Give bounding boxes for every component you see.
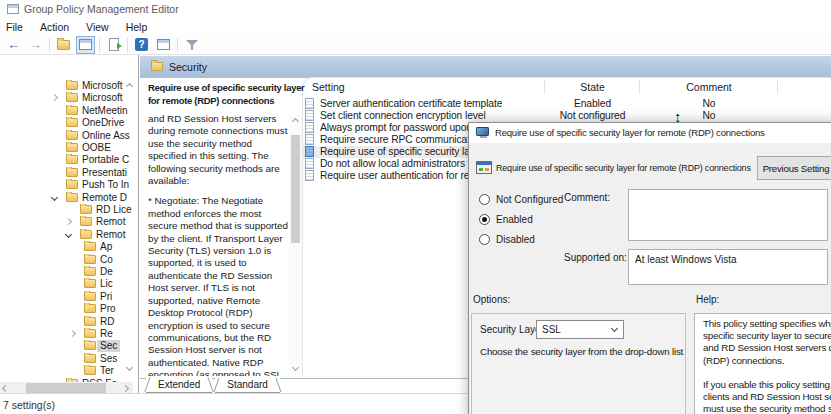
tree-item-push-to-in[interactable]: Push To In — [0, 179, 132, 191]
menu-file[interactable]: File — [6, 21, 32, 33]
tree-item-label: Co — [100, 254, 113, 266]
tree-item-rd[interactable]: RD — [0, 316, 132, 328]
chevron-collapsed-icon[interactable] — [69, 330, 76, 337]
tree-horizontal-scrollbar[interactable] — [0, 382, 133, 393]
description-paragraph: * Negotiate: The Negotiate method enforc… — [148, 195, 288, 376]
column-divider[interactable] — [544, 80, 545, 94]
description-scrollbar[interactable] — [289, 115, 302, 375]
help-label: Help: — [696, 294, 719, 305]
settings-list-header: Setting State Comment — [303, 80, 831, 95]
options-hint-text: Choose the security layer from the drop-… — [480, 346, 684, 357]
help-panel[interactable]: This policy setting specifies whetherspe… — [694, 313, 831, 414]
chevron-expanded-icon[interactable] — [51, 194, 58, 201]
previous-setting-button[interactable]: Previous Setting — [757, 156, 831, 180]
help-line: (RDP) connections. — [703, 355, 831, 367]
filter-button[interactable] — [183, 37, 200, 53]
menu-action[interactable]: Action — [40, 21, 78, 33]
policy-setting-icon — [305, 122, 314, 133]
tree-item-pro[interactable]: Pro — [0, 303, 132, 315]
tab-extended[interactable]: Extended — [146, 377, 212, 393]
radio-not-configured[interactable]: Not Configured — [479, 191, 563, 207]
folder-icon — [84, 267, 96, 276]
settings-row[interactable]: Set client connection encryption levelNo… — [303, 110, 831, 122]
tab-standard[interactable]: Standard — [215, 378, 280, 393]
column-header-comment[interactable]: Comment — [640, 81, 778, 93]
tree-item-oobe[interactable]: OOBE — [0, 142, 132, 154]
dialog-titlebar[interactable]: Require use of specific security layer f… — [469, 123, 831, 143]
tree-item-lic[interactable]: Lic — [0, 278, 132, 290]
tree-item-label: OneDrive — [82, 117, 124, 129]
column-divider[interactable] — [777, 80, 778, 94]
scroll-left-icon[interactable] — [2, 385, 9, 392]
scroll-right-icon[interactable] — [122, 385, 129, 392]
tree-item-sec[interactable]: Sec — [0, 340, 132, 352]
tree-item-remot[interactable]: Remot — [0, 229, 132, 241]
scroll-up-icon[interactable] — [292, 118, 299, 125]
security-layer-dropdown[interactable]: SSL — [536, 320, 624, 339]
folder-icon — [84, 317, 96, 326]
chevron-expanded-icon[interactable] — [65, 231, 72, 238]
new-window-button[interactable] — [155, 37, 172, 53]
scrollbar-thumb[interactable] — [26, 383, 106, 393]
tree-item-presentati[interactable]: Presentati — [0, 167, 132, 179]
tree-item-microsoft[interactable]: Microsoft — [0, 92, 132, 104]
radio-selected-icon[interactable] — [479, 214, 490, 225]
menu-view[interactable]: View — [86, 21, 118, 33]
tree-item-netmeetin[interactable]: NetMeetin — [0, 105, 132, 117]
tree-item-ap[interactable]: Ap — [0, 241, 132, 253]
tree-item-re[interactable]: Re — [0, 328, 132, 340]
tree-item-ses[interactable]: Ses — [0, 353, 132, 365]
tree-item-online-ass[interactable]: Online Ass — [0, 130, 132, 142]
chevron-collapsed-icon[interactable] — [65, 218, 72, 225]
tree-item-ter[interactable]: Ter — [0, 365, 132, 377]
folder-icon — [84, 292, 96, 301]
folder-icon — [66, 131, 78, 140]
chevron-collapsed-icon[interactable] — [51, 94, 58, 101]
monitor-icon — [476, 127, 489, 136]
comment-textarea[interactable] — [628, 189, 828, 241]
help-button[interactable]: ? — [133, 37, 150, 53]
setting-state: Enabled — [545, 98, 640, 110]
tree-item-remote-d[interactable]: Remote D — [0, 192, 132, 204]
tree-item-onedrive[interactable]: OneDrive — [0, 117, 132, 129]
show-console-tree-button[interactable] — [77, 37, 94, 53]
tree-item-microsoft[interactable]: Microsoft — [0, 80, 132, 92]
tree-item-label: OOBE — [82, 142, 111, 154]
radio-icon[interactable] — [479, 234, 490, 245]
column-header-state[interactable]: State — [545, 81, 640, 93]
toolbar: ← → ? — [0, 35, 831, 55]
tree-item-label: De — [100, 266, 113, 278]
scrollbar-thumb[interactable] — [291, 135, 300, 243]
column-header-setting[interactable]: Setting — [312, 81, 345, 93]
security-header-bar: Security — [140, 56, 831, 78]
view-tabs: Extended Standard — [146, 378, 280, 393]
policy-setting-icon — [305, 146, 314, 157]
back-button[interactable]: ← — [5, 37, 22, 53]
tree-item-rd-lice[interactable]: RD Lice — [0, 204, 132, 216]
forward-button[interactable]: → — [27, 37, 44, 53]
radio-disabled[interactable]: Disabled — [479, 231, 535, 247]
policy-setting-icon — [305, 134, 314, 145]
tree-item-label: RD — [100, 316, 114, 328]
tree-item-remot[interactable]: Remot — [0, 216, 132, 228]
setting-comment: No — [640, 98, 778, 110]
settings-row[interactable]: Server authentication certificate templa… — [303, 98, 831, 110]
tree-item-portable-c[interactable]: Portable C — [0, 154, 132, 166]
radio-enabled[interactable]: Enabled — [479, 211, 533, 227]
radio-icon[interactable] — [479, 194, 490, 205]
scroll-down-icon[interactable] — [292, 364, 299, 371]
tree-item-pri[interactable]: Pri — [0, 291, 132, 303]
up-one-level-button[interactable] — [55, 37, 72, 53]
column-divider[interactable] — [639, 80, 640, 94]
menu-help[interactable]: Help — [126, 21, 157, 33]
folder-icon — [80, 217, 92, 226]
setting-state: Not configured — [545, 110, 640, 122]
help-line: must use the security method spec — [703, 403, 831, 414]
export-list-button[interactable] — [105, 37, 122, 53]
folder-icon — [66, 168, 78, 177]
tree-item-co[interactable]: Co — [0, 254, 132, 266]
tree-item-de[interactable]: De — [0, 266, 132, 278]
window-titlebar: Group Policy Management Editor — [0, 0, 831, 18]
toolbar-separator — [99, 38, 100, 52]
radio-label: Enabled — [496, 214, 533, 225]
